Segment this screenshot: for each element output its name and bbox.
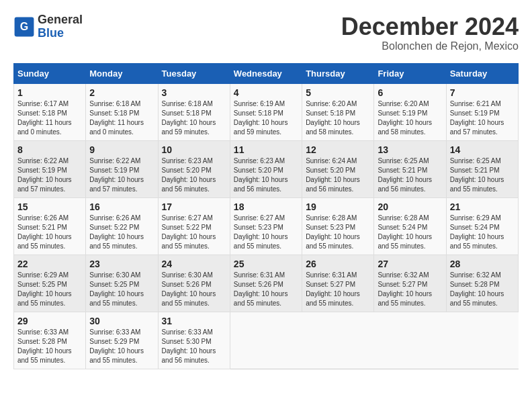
table-row (230, 312, 302, 369)
calendar-week-3: 15Sunrise: 6:26 AMSunset: 5:21 PMDayligh… (14, 197, 519, 255)
table-row (446, 312, 518, 369)
location: Bolonchen de Rejon, Mexico (341, 40, 519, 52)
table-row: 19Sunrise: 6:28 AMSunset: 5:23 PMDayligh… (302, 197, 374, 255)
table-row: 27Sunrise: 6:32 AMSunset: 5:27 PMDayligh… (374, 255, 446, 312)
table-row: 15Sunrise: 6:26 AMSunset: 5:21 PMDayligh… (14, 197, 86, 255)
svg-text:G: G (20, 21, 28, 32)
table-row: 6Sunrise: 6:20 AMSunset: 5:19 PMDaylight… (374, 83, 446, 140)
table-row: 17Sunrise: 6:27 AMSunset: 5:22 PMDayligh… (158, 197, 230, 255)
table-row: 2Sunrise: 6:18 AMSunset: 5:18 PMDaylight… (86, 83, 158, 140)
table-row: 18Sunrise: 6:27 AMSunset: 5:23 PMDayligh… (230, 197, 302, 255)
table-row: 28Sunrise: 6:32 AMSunset: 5:28 PMDayligh… (446, 255, 518, 312)
col-thursday: Thursday (302, 63, 374, 83)
table-row (374, 312, 446, 369)
table-row: 10Sunrise: 6:23 AMSunset: 5:20 PMDayligh… (158, 140, 230, 197)
table-row (302, 312, 374, 369)
table-row: 8Sunrise: 6:22 AMSunset: 5:19 PMDaylight… (14, 140, 86, 197)
col-sunday: Sunday (14, 63, 86, 83)
title-block: December 2024 Bolonchen de Rejon, Mexico (341, 13, 519, 52)
col-monday: Monday (86, 63, 158, 83)
table-row: 5Sunrise: 6:20 AMSunset: 5:18 PMDaylight… (302, 83, 374, 140)
table-row: 24Sunrise: 6:30 AMSunset: 5:26 PMDayligh… (158, 255, 230, 312)
table-row: 20Sunrise: 6:28 AMSunset: 5:24 PMDayligh… (374, 197, 446, 255)
col-wednesday: Wednesday (230, 63, 302, 83)
logo-general: General (38, 13, 83, 27)
col-tuesday: Tuesday (158, 63, 230, 83)
logo: G General Blue (13, 13, 83, 40)
table-row: 30Sunrise: 6:33 AMSunset: 5:29 PMDayligh… (86, 312, 158, 369)
month-title: December 2024 (341, 13, 519, 40)
table-row: 31Sunrise: 6:33 AMSunset: 5:30 PMDayligh… (158, 312, 230, 369)
calendar-week-4: 22Sunrise: 6:29 AMSunset: 5:25 PMDayligh… (14, 255, 519, 312)
table-row: 16Sunrise: 6:26 AMSunset: 5:22 PMDayligh… (86, 197, 158, 255)
calendar-table: Sunday Monday Tuesday Wednesday Thursday… (13, 63, 519, 369)
table-row: 3Sunrise: 6:18 AMSunset: 5:18 PMDaylight… (158, 83, 230, 140)
table-row: 7Sunrise: 6:21 AMSunset: 5:19 PMDaylight… (446, 83, 518, 140)
logo-icon: G (13, 16, 35, 38)
table-row: 9Sunrise: 6:22 AMSunset: 5:19 PMDaylight… (86, 140, 158, 197)
table-row: 14Sunrise: 6:25 AMSunset: 5:21 PMDayligh… (446, 140, 518, 197)
logo-blue: Blue (38, 27, 83, 40)
table-row: 4Sunrise: 6:19 AMSunset: 5:18 PMDaylight… (230, 83, 302, 140)
calendar-week-1: 1Sunrise: 6:17 AMSunset: 5:18 PMDaylight… (14, 83, 519, 140)
table-row: 23Sunrise: 6:30 AMSunset: 5:25 PMDayligh… (86, 255, 158, 312)
table-row: 1Sunrise: 6:17 AMSunset: 5:18 PMDaylight… (14, 83, 86, 140)
table-row: 12Sunrise: 6:24 AMSunset: 5:20 PMDayligh… (302, 140, 374, 197)
calendar-header-row: Sunday Monday Tuesday Wednesday Thursday… (14, 63, 519, 83)
page-header: G General Blue December 2024 Bolonchen d… (13, 13, 519, 52)
table-row: 26Sunrise: 6:31 AMSunset: 5:27 PMDayligh… (302, 255, 374, 312)
calendar-week-5: 29Sunrise: 6:33 AMSunset: 5:28 PMDayligh… (14, 312, 519, 369)
table-row: 21Sunrise: 6:29 AMSunset: 5:24 PMDayligh… (446, 197, 518, 255)
table-row: 22Sunrise: 6:29 AMSunset: 5:25 PMDayligh… (14, 255, 86, 312)
col-friday: Friday (374, 63, 446, 83)
table-row: 29Sunrise: 6:33 AMSunset: 5:28 PMDayligh… (14, 312, 86, 369)
table-row: 25Sunrise: 6:31 AMSunset: 5:26 PMDayligh… (230, 255, 302, 312)
col-saturday: Saturday (446, 63, 518, 83)
table-row: 13Sunrise: 6:25 AMSunset: 5:21 PMDayligh… (374, 140, 446, 197)
table-row: 11Sunrise: 6:23 AMSunset: 5:20 PMDayligh… (230, 140, 302, 197)
calendar-week-2: 8Sunrise: 6:22 AMSunset: 5:19 PMDaylight… (14, 140, 519, 197)
logo-text: General Blue (38, 13, 83, 40)
